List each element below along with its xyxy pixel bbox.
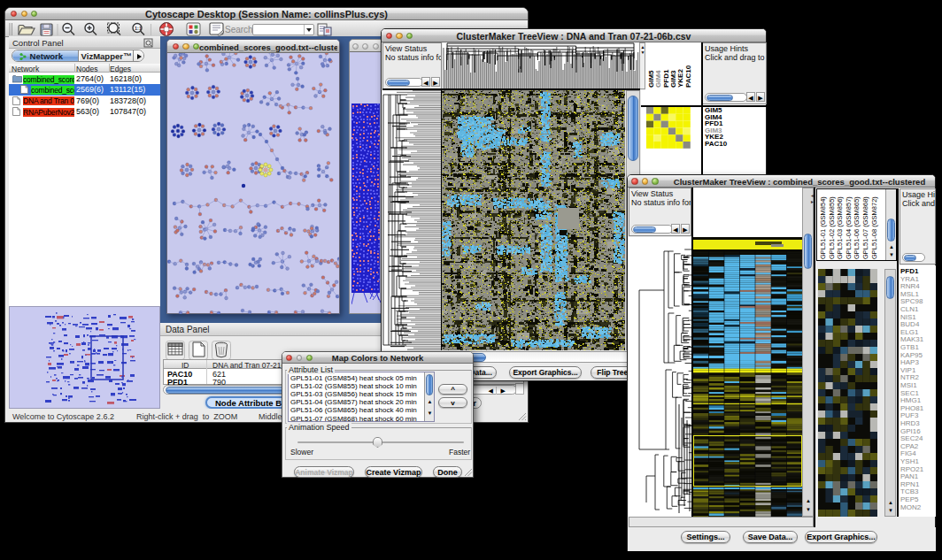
svg-text:1:1: 1:1: [135, 26, 142, 31]
svg-text:Search:: Search:: [225, 25, 255, 35]
